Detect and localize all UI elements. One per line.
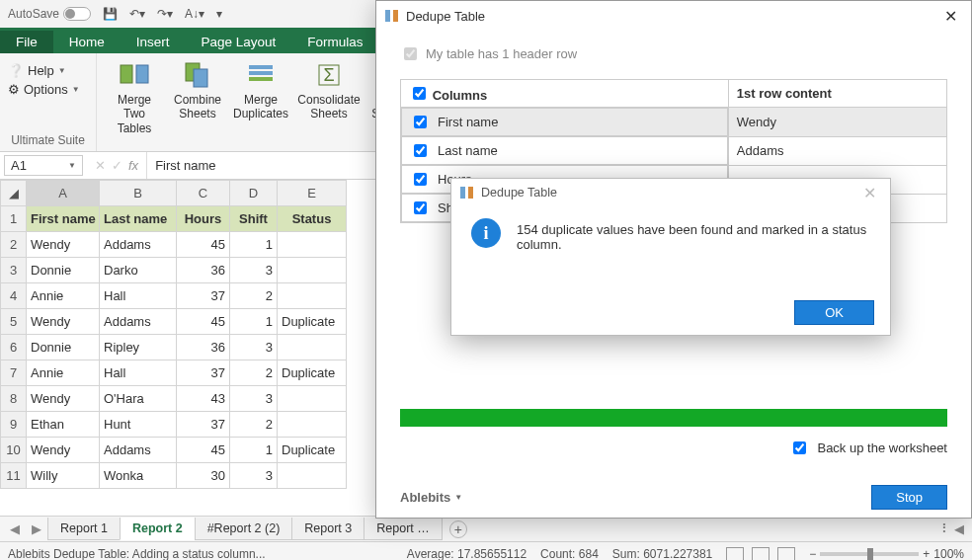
sheet-tab[interactable]: Report … [364, 518, 443, 540]
page-layout-view-icon[interactable] [752, 547, 770, 560]
cell[interactable]: Addams [100, 232, 177, 258]
message-titlebar[interactable]: Dedupe Table ✕ [451, 179, 890, 206]
cell[interactable]: 3 [230, 386, 278, 412]
cell[interactable]: Annie [27, 360, 100, 386]
cell[interactable]: O'Hara [100, 386, 177, 412]
column-checkbox[interactable] [414, 201, 427, 214]
cell[interactable]: 2 [230, 412, 278, 438]
merge-two-tables-button[interactable]: Merge Two Tables [105, 57, 164, 137]
column-header[interactable]: A [27, 181, 100, 206]
cancel-icon[interactable]: ✕ [95, 158, 106, 173]
cell[interactable]: 37 [177, 360, 230, 386]
cell[interactable]: Wonka [100, 463, 177, 489]
cell[interactable]: Willy [27, 463, 100, 489]
cell[interactable]: 30 [177, 463, 230, 489]
normal-view-icon[interactable] [726, 547, 744, 560]
merge-duplicates-button[interactable]: Merge Duplicates [231, 57, 290, 137]
sheet-tab-active[interactable]: Report 2 [120, 518, 196, 540]
autosave-switch[interactable] [63, 7, 91, 21]
sheet-nav-next-icon[interactable]: ▶ [26, 521, 47, 536]
cell[interactable]: Duplicate [278, 309, 347, 335]
header-row-checkbox[interactable] [404, 47, 417, 60]
cell[interactable]: 37 [177, 283, 230, 309]
confirm-icon[interactable]: ✓ [112, 158, 122, 173]
cell[interactable]: Hours [177, 206, 230, 232]
cell[interactable]: 2 [230, 283, 278, 309]
cell[interactable]: 37 [177, 412, 230, 438]
zoom-out-icon[interactable]: − [809, 547, 816, 560]
cell[interactable] [278, 463, 347, 489]
tab-file[interactable]: File [0, 31, 53, 53]
add-sheet-button[interactable]: + [449, 520, 467, 538]
cell[interactable]: Addams [100, 438, 177, 463]
cell[interactable]: 1 [230, 232, 278, 258]
sheet-tab[interactable]: Report 3 [291, 518, 364, 540]
row-header[interactable]: 5 [1, 309, 27, 335]
row-header[interactable]: 8 [1, 386, 27, 412]
cell[interactable]: 45 [177, 309, 230, 335]
cell[interactable]: 2 [230, 360, 278, 386]
consolidate-sheets-button[interactable]: Σ Consolidate Sheets [294, 57, 364, 137]
tab-formulas[interactable]: Formulas [291, 31, 378, 53]
column-checkbox[interactable] [414, 116, 427, 128]
cell[interactable] [278, 335, 347, 360]
fx-icon[interactable]: fx [128, 158, 138, 173]
cell[interactable]: Hunt [100, 412, 177, 438]
column-checkbox[interactable] [414, 144, 427, 157]
page-break-view-icon[interactable] [777, 547, 795, 560]
sheet-scroll-left-icon[interactable]: ⠇ ◀ [941, 521, 964, 536]
column-checkbox[interactable] [414, 173, 427, 186]
cell[interactable]: 43 [177, 386, 230, 412]
column-header[interactable]: B [100, 181, 177, 206]
cell[interactable]: Donnie [27, 335, 100, 360]
row-header[interactable]: 10 [1, 438, 27, 463]
zoom-control[interactable]: − + 100% [809, 547, 964, 560]
cell[interactable]: 1 [230, 309, 278, 335]
backup-checkbox[interactable] [793, 441, 806, 454]
cell[interactable] [278, 386, 347, 412]
row-header[interactable]: 6 [1, 335, 27, 360]
stop-button[interactable]: Stop [871, 485, 947, 510]
zoom-level[interactable]: 100% [933, 547, 964, 560]
cell[interactable]: Hall [100, 360, 177, 386]
help-button[interactable]: ❔Help▼ [8, 63, 88, 78]
brand-label[interactable]: Ablebits▼ [400, 490, 462, 505]
row-header[interactable]: 11 [1, 463, 27, 489]
name-box[interactable]: A1 ▼ [4, 155, 83, 176]
select-all-columns-checkbox[interactable] [413, 87, 426, 100]
combine-sheets-button[interactable]: Combine Sheets [168, 57, 227, 137]
row-header[interactable]: 9 [1, 412, 27, 438]
save-icon[interactable]: 💾 [103, 7, 118, 21]
cell[interactable] [278, 283, 347, 309]
cell[interactable]: Ethan [27, 412, 100, 438]
cell[interactable] [278, 412, 347, 438]
sort-icon[interactable]: A↓▾ [185, 7, 204, 21]
close-icon[interactable]: ✕ [938, 5, 963, 28]
column-header[interactable]: D [230, 181, 278, 206]
row-header[interactable]: 4 [1, 283, 27, 309]
cell[interactable]: 3 [230, 335, 278, 360]
autosave-toggle-group[interactable]: AutoSave [8, 7, 91, 21]
cell[interactable]: Duplicate [278, 360, 347, 386]
cell[interactable]: Darko [100, 258, 177, 283]
cell[interactable]: Wendy [27, 232, 100, 258]
cell[interactable]: Wendy [27, 438, 100, 463]
cell[interactable] [278, 258, 347, 283]
row-header[interactable]: 1 [1, 206, 27, 232]
cell[interactable]: Status [278, 206, 347, 232]
row-header[interactable]: 7 [1, 360, 27, 386]
cell[interactable]: Donnie [27, 258, 100, 283]
sheet-tab[interactable]: #Report 2 (2) [195, 518, 293, 540]
cell[interactable]: Ripley [100, 335, 177, 360]
row-header[interactable]: 2 [1, 232, 27, 258]
sheet-tab[interactable]: Report 1 [47, 518, 121, 540]
zoom-slider[interactable] [820, 552, 919, 556]
column-header[interactable]: C [177, 181, 230, 206]
qat-customize-icon[interactable]: ▾ [216, 7, 222, 21]
cell[interactable]: Last name [100, 206, 177, 232]
cell[interactable]: Wendy [27, 386, 100, 412]
tab-insert[interactable]: Insert [121, 31, 186, 53]
cell[interactable]: 3 [230, 258, 278, 283]
columns-th[interactable]: Columns [401, 80, 729, 108]
redo-icon[interactable]: ↷▾ [157, 7, 173, 21]
